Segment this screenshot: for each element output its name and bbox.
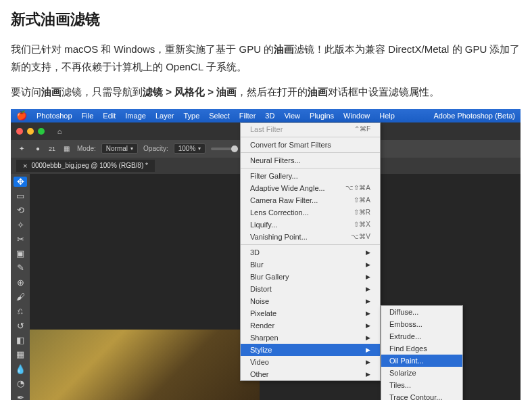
menu-lens-correction[interactable]: Lens Correction...⇧⌘R: [241, 206, 380, 219]
menu-window[interactable]: Window: [343, 112, 370, 120]
menu-plugins[interactable]: Plugins: [310, 112, 334, 120]
menu-type[interactable]: Type: [183, 112, 199, 120]
menu-filter-gallery[interactable]: Filter Gallery...: [241, 170, 380, 182]
menu-select[interactable]: Select: [209, 112, 230, 120]
dodge-tool-icon[interactable]: ◔: [14, 378, 27, 388]
menu-view[interactable]: View: [284, 112, 300, 120]
eyedropper-tool-icon[interactable]: ✎: [14, 263, 27, 273]
menu-convert-smart[interactable]: Convert for Smart Filters: [241, 139, 380, 151]
menu-layer[interactable]: Layer: [155, 112, 174, 120]
menu-file[interactable]: File: [82, 112, 94, 120]
menu-help[interactable]: Help: [379, 112, 395, 120]
menu-3d[interactable]: 3D: [265, 112, 274, 120]
apple-icon[interactable]: 🍎: [16, 110, 27, 120]
menu-stylize[interactable]: Stylize▶: [241, 344, 380, 356]
submenu-find-edges[interactable]: Find Edges: [381, 342, 462, 355]
blur-tool-icon[interactable]: 💧: [14, 363, 27, 374]
menu-edit[interactable]: Edit: [103, 112, 116, 120]
app-name[interactable]: Photoshop: [37, 112, 72, 120]
submenu-trace-contour[interactable]: Trace Contour...: [381, 391, 462, 400]
text: 要访问: [11, 86, 41, 97]
menu-render[interactable]: Render▶: [241, 319, 380, 332]
submenu-solarize[interactable]: Solarize: [381, 367, 462, 379]
menu-blur-gallery[interactable]: Blur Gallery▶: [241, 271, 380, 283]
document-tab[interactable]: × 0000ebbb_big.jpeg @ 100% (RGB/8) *: [16, 160, 155, 172]
eraser-tool-icon[interactable]: ◧: [14, 335, 27, 345]
separator: [241, 137, 380, 137]
submenu-tiles[interactable]: Tiles...: [381, 379, 462, 391]
submenu-emboss[interactable]: Emboss...: [381, 318, 462, 330]
text: 我们已针对 macOS 和 Windows，重新实施了基于 GPU 的: [11, 43, 274, 55]
submenu-oil-paint[interactable]: Oil Paint...: [381, 355, 462, 367]
menu-sharpen[interactable]: Sharpen▶: [241, 332, 380, 344]
mac-menubar: 🍎 Photoshop File Edit Image Layer Type S…: [11, 109, 521, 122]
bold: 油画: [308, 86, 328, 97]
menu-filter[interactable]: Filter: [239, 112, 256, 120]
gradient-tool-icon[interactable]: ▦: [14, 349, 27, 359]
filter-menu: Last Filter⌃⌘F Convert for Smart Filters…: [240, 122, 381, 381]
separator: [241, 168, 380, 169]
screenshot: 🍎 Photoshop File Edit Image Layer Type S…: [11, 109, 521, 400]
menu-distort[interactable]: Distort▶: [241, 283, 380, 295]
mode-label: Mode:: [77, 145, 96, 152]
healing-tool-icon[interactable]: ⊕: [14, 277, 27, 288]
submenu-extrude[interactable]: Extrude...: [381, 330, 462, 342]
close-tab-icon[interactable]: ×: [23, 162, 27, 170]
separator: [241, 152, 380, 153]
menu-adaptive-wide-angle[interactable]: Adaptive Wide Angle...⌥⇧⌘A: [241, 182, 380, 194]
stylize-submenu: Diffuse... Emboss... Extrude... Find Edg…: [381, 305, 463, 400]
opacity-slider[interactable]: [211, 148, 238, 150]
separator: [241, 244, 380, 245]
menu-noise[interactable]: Noise▶: [241, 295, 380, 307]
brush-icon[interactable]: ●: [32, 143, 43, 154]
paragraph-2: 要访问油画滤镜，只需导航到滤镜 > 风格化 > 油画，然后在打开的油画对话框中设…: [11, 83, 521, 101]
tool-preset-icon[interactable]: ✦: [16, 143, 27, 154]
minimize-icon[interactable]: [27, 128, 34, 135]
brush-size[interactable]: 21: [49, 145, 55, 152]
menu-camera-raw[interactable]: Camera Raw Filter...⇧⌘A: [241, 194, 380, 206]
menu-video[interactable]: Video▶: [241, 356, 380, 368]
menu-last-filter: Last Filter⌃⌘F: [241, 123, 380, 135]
paragraph-1: 我们已针对 macOS 和 Windows，重新实施了基于 GPU 的油画滤镜！…: [11, 41, 521, 75]
bold: 油画: [41, 86, 62, 97]
crop-tool-icon[interactable]: ✂: [14, 234, 27, 244]
opacity-label: Opacity:: [143, 145, 168, 152]
menu-liquify[interactable]: Liquify...⇧⌘X: [241, 219, 380, 231]
menu-neural-filters[interactable]: Neural Filters...: [241, 154, 380, 166]
text: ，然后在打开的: [237, 86, 308, 97]
menu-blur[interactable]: Blur▶: [241, 259, 380, 271]
history-brush-icon[interactable]: ↺: [14, 320, 27, 330]
brush-tool-icon[interactable]: 🖌: [14, 292, 27, 302]
mode-select[interactable]: Normal: [101, 143, 138, 154]
menu-pixelate[interactable]: Pixelate▶: [241, 307, 380, 319]
document-image: [30, 330, 260, 400]
brush-panel-icon[interactable]: ▦: [61, 143, 72, 154]
close-icon[interactable]: [16, 128, 23, 135]
move-tool-icon[interactable]: ✥: [14, 177, 27, 187]
stamp-tool-icon[interactable]: ⎌: [14, 306, 27, 316]
menu-other[interactable]: Other▶: [241, 368, 380, 380]
page-title: 新式油画滤镜: [11, 9, 521, 30]
bold: 滤镜 > 风格化 > 油画: [143, 86, 237, 97]
toolbar: ✥ ▭ ⟲ ✧ ✂ ▣ ✎ ⊕ 🖌 ⎌ ↺ ◧ ▦ 💧 ◔ ✒ T: [11, 174, 30, 400]
lasso-tool-icon[interactable]: ⟲: [14, 205, 27, 215]
submenu-diffuse[interactable]: Diffuse...: [381, 306, 462, 318]
tab-label: 0000ebbb_big.jpeg @ 100% (RGB/8) *: [31, 162, 148, 169]
menu-image[interactable]: Image: [125, 112, 146, 120]
wand-tool-icon[interactable]: ✧: [14, 219, 27, 229]
opacity-select[interactable]: 100%: [174, 143, 206, 154]
menu-3d[interactable]: 3D▶: [241, 246, 380, 259]
app-title: Adobe Photoshop (Beta): [434, 112, 515, 120]
marquee-tool-icon[interactable]: ▭: [14, 191, 27, 201]
text: 滤镜，只需导航到: [62, 86, 143, 97]
maximize-icon[interactable]: [38, 128, 45, 135]
home-icon[interactable]: ⌂: [54, 126, 65, 137]
menu-vanishing-point[interactable]: Vanishing Point...⌥⌘V: [241, 231, 380, 243]
bold: 油画: [274, 43, 294, 55]
text: 对话框中设置滤镜属性。: [328, 86, 439, 97]
frame-tool-icon[interactable]: ▣: [14, 248, 27, 259]
pen-tool-icon[interactable]: ✒: [14, 392, 27, 400]
